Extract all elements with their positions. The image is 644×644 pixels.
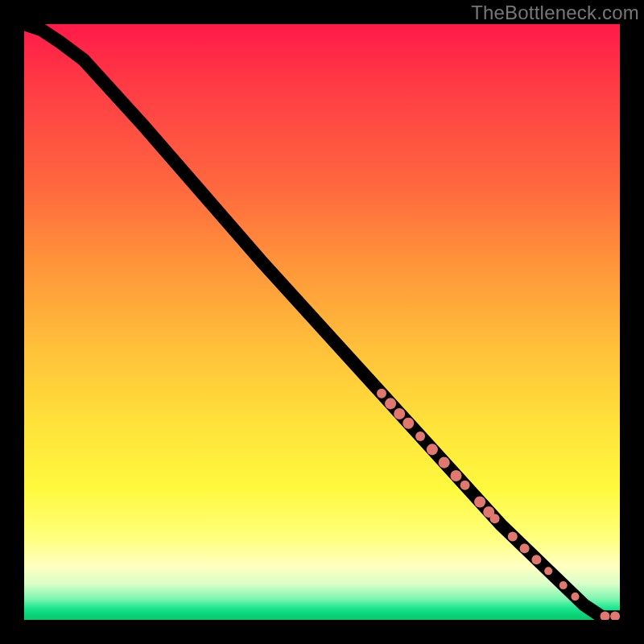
highlight-points (377, 389, 620, 620)
highlight-point (415, 431, 425, 441)
highlight-point (544, 567, 552, 575)
highlight-point (450, 470, 461, 481)
highlight-point (402, 418, 414, 429)
chart-frame: TheBottleneck.com (0, 0, 644, 644)
curve-layer (24, 24, 620, 620)
highlight-point (394, 408, 405, 419)
highlight-point (490, 514, 500, 523)
highlight-point (559, 581, 568, 589)
watermark-label: TheBottleneck.com (471, 2, 639, 24)
highlight-point (508, 531, 518, 541)
highlight-point (460, 481, 470, 490)
highlight-point (377, 389, 386, 398)
highlight-point (520, 543, 530, 553)
highlight-point (571, 592, 579, 601)
plot-area (24, 24, 620, 620)
highlight-point (427, 444, 438, 455)
highlight-point (385, 398, 396, 409)
highlight-point (474, 496, 485, 507)
bottleneck-curve (24, 24, 620, 617)
highlight-point (531, 555, 541, 564)
highlight-point (439, 457, 450, 469)
